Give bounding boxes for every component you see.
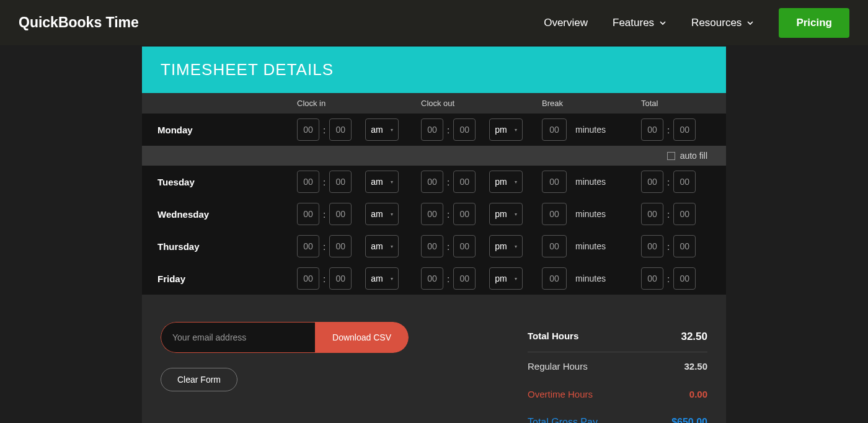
total-hours: 00 bbox=[641, 267, 663, 290]
summary-total-hours-label: Total Hours bbox=[528, 331, 578, 343]
ampm-select[interactable]: pm▾ bbox=[489, 235, 523, 257]
chevron-down-icon bbox=[746, 19, 754, 27]
minute-input[interactable]: 00 bbox=[453, 118, 476, 141]
ampm-select[interactable]: am▾ bbox=[365, 118, 399, 141]
ampm-value: am bbox=[371, 241, 383, 251]
nav-links: Overview Features Resources Pricing bbox=[544, 8, 849, 38]
summary-total-hours-value: 32.50 bbox=[681, 331, 707, 343]
colon: : bbox=[322, 209, 327, 220]
chevron-down-icon: ▾ bbox=[515, 212, 517, 217]
nav-resources[interactable]: Resources bbox=[691, 17, 754, 29]
chevron-down-icon: ▾ bbox=[391, 212, 393, 217]
hour-input[interactable]: 00 bbox=[421, 171, 443, 193]
day-label: Wednesday bbox=[142, 209, 297, 220]
minutes-label: minutes bbox=[575, 274, 606, 283]
summary-ot-value: 0.00 bbox=[689, 389, 707, 399]
hour-input[interactable]: 00 bbox=[421, 235, 443, 257]
minutes-label: minutes bbox=[575, 209, 606, 219]
chevron-down-icon: ▾ bbox=[515, 244, 517, 249]
nav-features[interactable]: Features bbox=[613, 17, 666, 29]
break-input[interactable]: 00 bbox=[542, 267, 567, 290]
ampm-value: am bbox=[371, 177, 383, 187]
chevron-down-icon bbox=[659, 19, 666, 27]
total-minutes: 00 bbox=[673, 267, 696, 290]
clear-form-button[interactable]: Clear Form bbox=[161, 368, 237, 391]
minute-input[interactable]: 00 bbox=[453, 171, 476, 193]
colon: : bbox=[666, 274, 671, 284]
day-label: Thursday bbox=[142, 241, 297, 252]
summary-ot-label: Overtime Hours bbox=[528, 389, 593, 399]
hour-input[interactable]: 00 bbox=[297, 267, 319, 290]
ampm-select[interactable]: am▾ bbox=[365, 235, 399, 257]
clock-in-group: 00:00am▾ bbox=[297, 235, 421, 257]
minute-input[interactable]: 00 bbox=[453, 235, 476, 257]
chevron-down-icon: ▾ bbox=[391, 179, 393, 185]
nav-overview[interactable]: Overview bbox=[544, 17, 588, 29]
ampm-select[interactable]: pm▾ bbox=[489, 118, 523, 141]
page: TIMESHEET DETAILS Clock in Clock out Bre… bbox=[0, 45, 868, 423]
column-headers: Clock in Clock out Break Total bbox=[142, 93, 726, 114]
colon: : bbox=[666, 125, 671, 135]
hour-input[interactable]: 00 bbox=[421, 203, 443, 225]
download-csv-button[interactable]: Download CSV bbox=[315, 322, 409, 353]
hour-input[interactable]: 00 bbox=[297, 171, 319, 193]
minute-input[interactable]: 00 bbox=[329, 203, 352, 225]
hour-input[interactable]: 00 bbox=[421, 267, 443, 290]
timesheet-row: Wednesday00:00am▾00:00pm▾00minutes00:00 bbox=[142, 198, 726, 230]
summary-regular-hours: Regular Hours 32.50 bbox=[528, 352, 707, 380]
nav-overview-label: Overview bbox=[544, 17, 588, 29]
col-total: Total bbox=[641, 99, 728, 108]
break-input[interactable]: 00 bbox=[542, 203, 567, 225]
colon: : bbox=[446, 274, 451, 284]
colon: : bbox=[322, 241, 327, 252]
total-group: 00:00 bbox=[641, 171, 728, 193]
total-hours: 00 bbox=[641, 118, 663, 141]
ampm-select[interactable]: pm▾ bbox=[489, 267, 523, 290]
minute-input[interactable]: 00 bbox=[329, 171, 352, 193]
break-input[interactable]: 00 bbox=[542, 171, 567, 193]
ampm-select[interactable]: am▾ bbox=[365, 171, 399, 193]
hour-input[interactable]: 00 bbox=[421, 118, 443, 141]
pricing-button[interactable]: Pricing bbox=[779, 8, 849, 38]
chevron-down-icon: ▾ bbox=[515, 127, 517, 133]
break-input[interactable]: 00 bbox=[542, 118, 567, 141]
break-input[interactable]: 00 bbox=[542, 235, 567, 257]
hour-input[interactable]: 00 bbox=[297, 235, 319, 257]
ampm-value: pm bbox=[495, 241, 507, 251]
email-input[interactable]: Your email address bbox=[161, 322, 315, 353]
total-group: 00:00 bbox=[641, 118, 728, 141]
footer-left: Your email address Download CSV Clear Fo… bbox=[161, 322, 409, 391]
hour-input[interactable]: 00 bbox=[297, 118, 319, 141]
break-group: 00minutes bbox=[542, 267, 641, 290]
email-row: Your email address Download CSV bbox=[161, 322, 409, 353]
navbar: QuickBooks Time Overview Features Resour… bbox=[0, 0, 868, 45]
day-label: Friday bbox=[142, 274, 297, 284]
timesheet-row: Friday00:00am▾00:00pm▾00minutes00:00 bbox=[142, 262, 726, 295]
ampm-value: pm bbox=[495, 209, 507, 219]
minute-input[interactable]: 00 bbox=[329, 118, 352, 141]
ampm-select[interactable]: am▾ bbox=[365, 203, 399, 225]
colon: : bbox=[446, 125, 451, 135]
ampm-select[interactable]: pm▾ bbox=[489, 203, 523, 225]
ampm-value: pm bbox=[495, 125, 507, 135]
minute-input[interactable]: 00 bbox=[453, 267, 476, 290]
ampm-select[interactable]: am▾ bbox=[365, 267, 399, 290]
total-hours: 00 bbox=[641, 171, 663, 193]
chevron-down-icon: ▾ bbox=[515, 179, 517, 185]
timesheet-row: Monday00:00am▾00:00pm▾00minutes00:00 bbox=[142, 114, 726, 146]
col-break: Break bbox=[542, 99, 641, 108]
summary-gross-value: $650.00 bbox=[671, 417, 707, 423]
summary: Total Hours 32.50 Regular Hours 32.50 Ov… bbox=[528, 322, 707, 423]
autofill-checkbox[interactable] bbox=[667, 152, 675, 160]
minute-input[interactable]: 00 bbox=[329, 267, 352, 290]
ampm-value: am bbox=[371, 209, 383, 219]
minute-input[interactable]: 00 bbox=[453, 203, 476, 225]
minutes-label: minutes bbox=[575, 241, 606, 251]
timesheet-panel: TIMESHEET DETAILS Clock in Clock out Bre… bbox=[142, 47, 726, 423]
ampm-select[interactable]: pm▾ bbox=[489, 171, 523, 193]
break-group: 00minutes bbox=[542, 118, 641, 141]
hour-input[interactable]: 00 bbox=[297, 203, 319, 225]
colon: : bbox=[446, 209, 451, 220]
total-hours: 00 bbox=[641, 203, 663, 225]
minute-input[interactable]: 00 bbox=[329, 235, 352, 257]
